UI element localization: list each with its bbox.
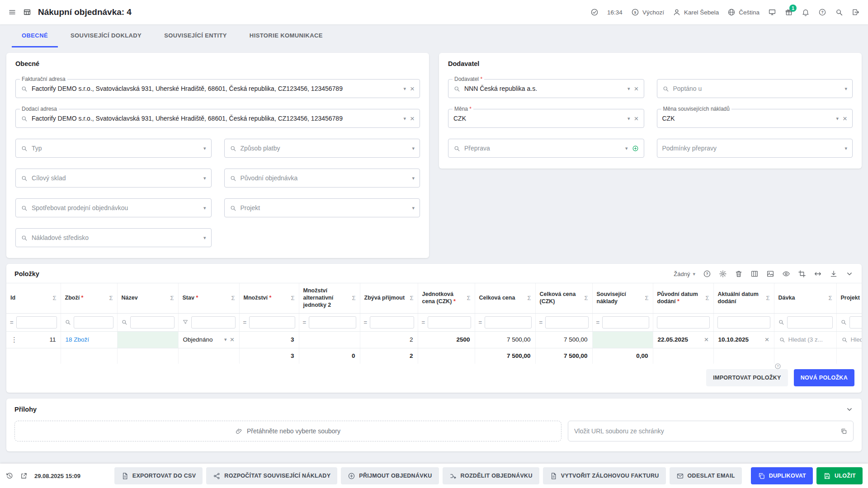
col-header-puvodni-datum[interactable]: Původní datum dodáníΣ [653, 283, 713, 313]
equals-filter-icon[interactable]: = [596, 319, 600, 326]
payment-method-field[interactable]: Způsob platby ▾ [224, 139, 420, 158]
aggregate-icon[interactable]: Σ [170, 295, 174, 301]
filter-input-jednotkova[interactable] [428, 316, 471, 328]
col-header-celkova-cena[interactable]: Celková cenaΣ [475, 283, 535, 313]
cell-zbozi-link[interactable]: 18 Zboží [66, 336, 90, 343]
item-row[interactable]: ⋮11 18 Zboží Objednáno▾× 3 2 2500 7 500,… [6, 331, 862, 348]
currency-selector[interactable]: Výchozí [631, 8, 664, 16]
chevron-down-icon[interactable]: ▾ [412, 145, 415, 151]
collapse-icon[interactable] [845, 405, 854, 413]
cell-mnozstvi[interactable]: 3 [239, 331, 299, 348]
grid-settings-icon[interactable] [719, 270, 727, 278]
aggregate-icon[interactable]: Σ [291, 295, 294, 301]
aggregate-icon[interactable]: Σ [766, 295, 769, 301]
whats-new-icon[interactable]: 1 [785, 8, 793, 16]
equals-filter-icon[interactable]: = [479, 319, 482, 326]
filter-input-mnozstvi-alt[interactable] [309, 316, 356, 328]
saved-check-icon[interactable] [590, 8, 599, 16]
send-email-button[interactable]: ODESLAT EMAIL [670, 467, 742, 484]
cell-jednotkova-cena[interactable]: 2500 [418, 331, 475, 348]
aggregate-icon[interactable]: Σ [645, 295, 648, 301]
transport-terms-field[interactable]: Podmínky přepravy ▾ [657, 139, 853, 158]
cost-center-field[interactable]: Nákladové středisko ▾ [15, 228, 212, 247]
filter-input-zbozi[interactable] [74, 316, 113, 328]
help-icon[interactable] [774, 363, 781, 370]
currency-field[interactable]: Měna CZK ▾ × [448, 109, 644, 128]
col-header-celkova-cena-czk[interactable]: Celková cena (CZK)Σ [535, 283, 592, 313]
equals-filter-icon[interactable]: = [10, 319, 14, 326]
chevron-down-icon[interactable]: ▾ [844, 145, 847, 151]
filter-input-mnozstvi[interactable] [249, 316, 295, 328]
split-order-button[interactable]: ROZDĚLIT OBJEDNÁVKU [443, 467, 539, 484]
chevron-down-icon[interactable]: ▾ [836, 116, 839, 122]
chevron-down-icon[interactable]: ▾ [203, 175, 206, 181]
grid-visibility-icon[interactable] [782, 270, 790, 278]
chevron-down-icon[interactable]: ▾ [625, 145, 628, 151]
grid-crop-icon[interactable] [798, 270, 806, 278]
filter-input-stav[interactable] [191, 316, 236, 328]
chevron-down-icon[interactable]: ▾ [412, 205, 415, 211]
related-costs-currency-field[interactable]: Měna souvisejících nákladů CZK ▾ × [657, 109, 853, 128]
grid-fit-width-icon[interactable] [814, 270, 822, 278]
aggregate-icon[interactable]: Σ [828, 295, 832, 301]
aggregate-icon[interactable]: Σ [467, 295, 470, 301]
chevron-down-icon[interactable]: ▾ [627, 86, 630, 92]
aggregate-icon[interactable]: Σ [527, 295, 531, 301]
chevron-down-icon[interactable]: ▾ [203, 205, 206, 211]
delivery-address-field[interactable]: Dodací adresa Factorify DEMO s.r.o., Sva… [15, 109, 420, 128]
supplier-field[interactable]: Dodavatel NNN Česká republika a.s. ▾ × [448, 79, 644, 98]
equals-filter-icon[interactable]: = [243, 319, 247, 326]
funnel-icon[interactable] [182, 319, 189, 325]
save-button[interactable]: ULOŽIT [816, 467, 863, 484]
grid-collapse-icon[interactable] [845, 270, 854, 278]
filter-input-zbyva[interactable] [370, 316, 414, 328]
duplicate-button[interactable]: DUPLIKOVAT [751, 467, 813, 484]
filter-input-puvodni-datum[interactable] [657, 316, 710, 328]
filter-input-id[interactable] [16, 316, 57, 328]
consume-sales-order-field[interactable]: Spotřebovat prodejní objednávkou ▾ [15, 198, 212, 217]
receive-order-button[interactable]: PŘIJMOUT OBJEDNÁVKU [341, 467, 439, 484]
filter-input-souvisejici[interactable] [602, 316, 649, 328]
history-icon[interactable] [5, 472, 14, 480]
display-settings-icon[interactable] [768, 8, 776, 16]
col-header-nazev[interactable]: NázevΣ [117, 283, 178, 313]
clear-icon[interactable]: × [765, 336, 769, 343]
equals-filter-icon[interactable]: = [539, 319, 543, 326]
filter-input-celkova[interactable] [485, 316, 531, 328]
col-header-mnozstvi[interactable]: MnožstvíΣ [239, 283, 299, 313]
language-selector[interactable]: Čeština [727, 8, 760, 16]
open-in-new-icon[interactable] [20, 472, 28, 480]
col-header-zbyva-prijmout[interactable]: Zbývá přijmoutΣ [360, 283, 418, 313]
tab-souvisejici-doklady[interactable]: SOUVISEJÍCÍ DOKLADY [61, 24, 151, 47]
paste-icon[interactable] [840, 428, 847, 435]
cell-mnozstvi-alt[interactable] [299, 331, 360, 348]
filter-mode-dropdown[interactable]: Žádný ▾ [674, 271, 695, 277]
cell-stav[interactable]: Objednáno [183, 336, 213, 343]
attachments-header[interactable]: Přílohy [6, 399, 862, 419]
cell-davka-search[interactable]: Hledat (3 z... [788, 336, 823, 343]
chevron-down-icon[interactable]: ▾ [412, 175, 415, 181]
chevron-down-icon[interactable]: ▾ [203, 235, 206, 241]
equals-filter-icon[interactable]: = [422, 319, 425, 326]
items-grid[interactable]: IdΣ ZbožíΣ NázevΣ StavΣ MnožstvíΣ Množst… [6, 283, 862, 364]
col-header-aktualni-datum[interactable]: Aktuální datum dodáníΣ [713, 283, 774, 313]
chevron-down-icon[interactable]: ▾ [404, 116, 406, 122]
distribute-costs-button[interactable]: ROZPOČÍTAT SOUVISEJÍCÍ NÁKLADY [206, 467, 337, 484]
col-header-mnozstvi-alt[interactable]: Množství alternativní jednotky 2Σ [299, 283, 360, 313]
import-items-button[interactable]: IMPORTOVAT POLOŽKY [706, 369, 788, 386]
inquired-at-field[interactable]: Poptáno u ▾ [657, 79, 853, 98]
chevron-down-icon[interactable]: ▾ [627, 116, 630, 122]
clear-icon[interactable]: × [634, 85, 639, 93]
tab-obecne[interactable]: OBECNÉ [12, 24, 58, 47]
filter-input-nazev[interactable] [130, 316, 175, 328]
aggregate-icon[interactable]: Σ [584, 295, 588, 301]
chevron-down-icon[interactable]: ▾ [203, 145, 206, 151]
filter-input-davka[interactable] [787, 316, 833, 328]
export-csv-button[interactable]: EXPORTOVAT DO CSV [114, 467, 203, 484]
aggregate-icon[interactable]: Σ [109, 295, 113, 301]
clear-icon[interactable]: × [410, 85, 415, 93]
billing-address-field[interactable]: Fakturační adresa Factorify DEMO s.r.o.,… [15, 79, 420, 98]
filter-input-aktualni-datum[interactable] [717, 316, 770, 328]
col-header-davka[interactable]: DávkaΣ [774, 283, 836, 313]
clear-icon[interactable]: × [634, 115, 639, 122]
